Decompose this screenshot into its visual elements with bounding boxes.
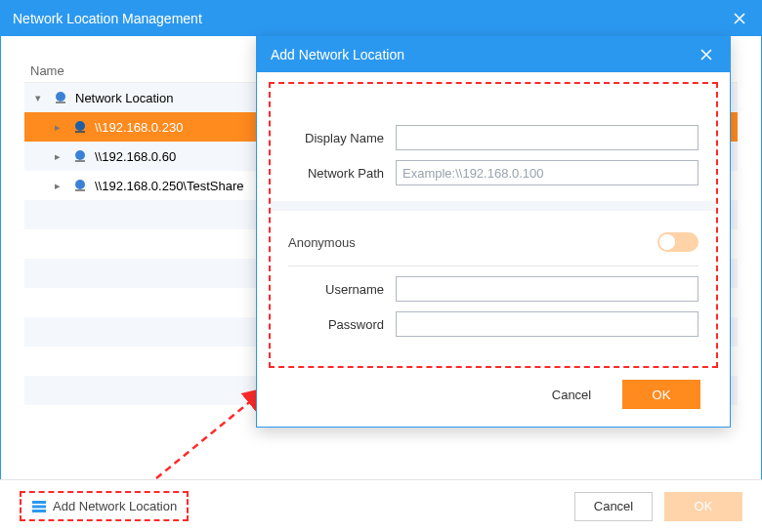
network-path-row: Network Path: [288, 160, 698, 185]
network-icon: [71, 177, 89, 194]
network-icon: [71, 147, 89, 165]
cancel-button[interactable]: Cancel: [532, 380, 611, 409]
add-location-icon: [31, 500, 47, 513]
tree-item-label: \\192.168.0.250\TestShare: [95, 179, 244, 193]
password-label: Password: [288, 317, 396, 332]
chevron-right-icon[interactable]: ▸: [50, 121, 65, 134]
ok-button: OK: [664, 492, 742, 521]
tree-item-label: \\192.168.0.60: [95, 149, 176, 164]
username-label: Username: [288, 282, 396, 297]
chevron-right-icon[interactable]: ▸: [50, 150, 65, 163]
chevron-right-icon[interactable]: ▸: [50, 180, 65, 192]
add-network-location-label: Add Network Location: [53, 499, 177, 513]
main-titlebar: Network Location Management: [1, 1, 761, 36]
network-path-label: Network Path: [288, 166, 396, 181]
anonymous-row: Anonymous: [288, 226, 698, 260]
dialog-body: Display Name Network Path Anonymous User…: [257, 72, 730, 427]
display-name-row: Display Name: [288, 125, 698, 150]
tree-root-label: Network Location: [75, 91, 173, 105]
username-input[interactable]: [396, 276, 698, 302]
svg-rect-5: [75, 160, 85, 162]
divider: [288, 266, 698, 266]
password-input[interactable]: [396, 311, 698, 337]
dialog-footer: Cancel OK: [269, 368, 718, 413]
anonymous-label: Anonymous: [288, 235, 657, 250]
ok-button[interactable]: OK: [622, 380, 700, 409]
password-row: Password: [288, 311, 698, 337]
annotation-highlight: Display Name Network Path Anonymous User…: [269, 82, 718, 368]
svg-rect-7: [75, 189, 85, 191]
network-icon: [52, 89, 69, 106]
svg-point-2: [75, 121, 85, 131]
svg-rect-1: [56, 102, 65, 103]
anonymous-toggle[interactable]: [657, 232, 698, 252]
close-icon[interactable]: [730, 9, 749, 28]
username-row: Username: [288, 276, 698, 302]
dialog-title: Add Network Location: [271, 47, 697, 62]
svg-point-6: [75, 180, 85, 189]
tree-item-label: \\192.168.0.230: [95, 120, 183, 135]
network-path-input[interactable]: [396, 160, 698, 185]
svg-point-4: [75, 150, 85, 160]
svg-rect-3: [75, 131, 85, 133]
close-icon[interactable]: [697, 45, 716, 64]
main-footer: Add Network Location Cancel OK: [0, 479, 762, 532]
svg-rect-8: [32, 501, 46, 504]
svg-point-0: [56, 92, 65, 102]
main-title: Network Location Management: [13, 11, 730, 26]
svg-rect-9: [32, 505, 46, 508]
add-network-location-dialog: Add Network Location Display Name Networ…: [256, 36, 731, 428]
cancel-button[interactable]: Cancel: [574, 492, 653, 521]
svg-rect-10: [32, 510, 46, 512]
dialog-titlebar: Add Network Location: [257, 37, 730, 72]
display-name-input[interactable]: [396, 125, 698, 150]
chevron-down-icon[interactable]: ▾: [30, 92, 46, 104]
add-network-location-button[interactable]: Add Network Location: [20, 491, 189, 521]
display-name-label: Display Name: [288, 131, 396, 145]
network-icon: [71, 118, 89, 136]
